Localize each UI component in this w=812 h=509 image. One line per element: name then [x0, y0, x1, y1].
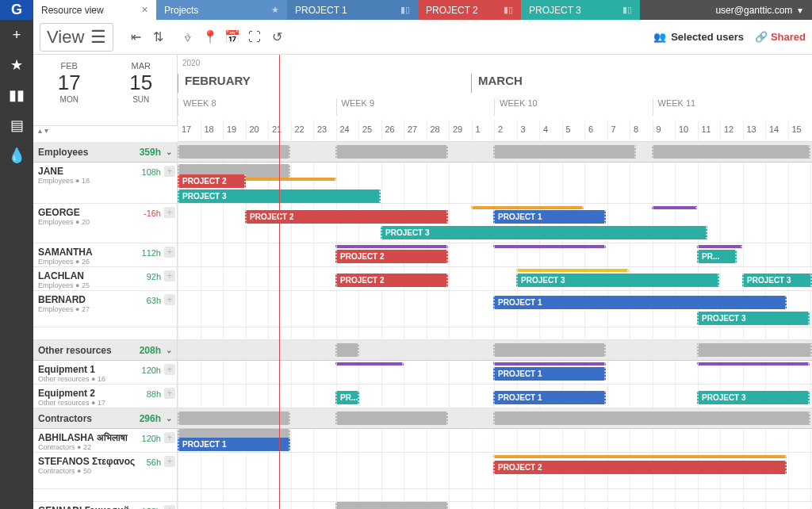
add-task-button[interactable]: + [164, 207, 175, 218]
add-task-button[interactable]: + [164, 294, 175, 305]
task-bar-project-short[interactable]: PR... [697, 250, 737, 263]
group-employees[interactable]: Employees359h⌄ [33, 142, 177, 163]
task-bar[interactable] [471, 206, 584, 209]
task-bar-project-3[interactable]: PROJECT 3 [697, 312, 810, 325]
task-bar[interactable] [335, 411, 448, 425]
add-icon[interactable]: + [0, 20, 33, 50]
task-bar-project-3[interactable]: PROJECT 3 [697, 391, 810, 404]
task-bar-project-2[interactable]: PROJECT 2 [335, 250, 448, 263]
task-bar-project-2[interactable]: PROJECT 2 [245, 210, 448, 224]
task-bar[interactable] [335, 362, 404, 365]
date-range-panel[interactable]: FEB 17 MON MAR 15 SUN [33, 55, 178, 126]
task-bar-project-1[interactable]: PROJECT 1 [493, 367, 606, 381]
gantt-chart[interactable]: PROJECT 2 PROJECT 3 PROJECT 2 PROJECT 1 … [178, 142, 812, 509]
add-task-button[interactable]: + [164, 247, 175, 258]
tab-project-1[interactable]: PROJECT 1▮▯ [287, 0, 418, 20]
task-bar[interactable] [493, 343, 606, 357]
archive-icon[interactable]: ▤ [0, 110, 33, 140]
user-menu[interactable]: user@ganttic.com ▾ [706, 0, 812, 20]
drop-icon[interactable]: 💧 [0, 140, 33, 170]
chevron-down-icon[interactable]: ⌄ [166, 414, 172, 423]
task-bar[interactable] [335, 145, 448, 159]
close-icon[interactable]: ✕ [141, 5, 148, 15]
task-bar[interactable] [697, 362, 810, 365]
view-button[interactable]: View☰ [40, 23, 113, 52]
resource-samantha[interactable]: SAMANTHAEmployees ● 26112h+ [33, 243, 177, 267]
add-task-button[interactable]: + [164, 364, 175, 375]
resource-bernard[interactable]: BERNARDEmployees ● 2763h+ [33, 291, 177, 327]
add-task-button[interactable]: + [164, 505, 175, 509]
group-other[interactable]: Other resources208h⌄ [33, 340, 177, 361]
task-bar[interactable] [335, 245, 448, 248]
task-bar-project-3[interactable]: PROJECT 3 [742, 274, 812, 287]
task-bar[interactable] [493, 411, 810, 425]
task-bar[interactable] [178, 145, 290, 159]
task-bar-project-2[interactable]: PROJECT 2 [493, 461, 787, 474]
menu-icon: ☰ [90, 27, 106, 48]
task-bar-project-1[interactable]: PROJECT 1 [178, 438, 290, 451]
selected-users-button[interactable]: 👥Selected users [653, 31, 744, 43]
task-bar[interactable] [335, 343, 359, 357]
history-icon[interactable]: ↺ [266, 26, 288, 48]
task-bar-project-1[interactable]: PROJECT 1 [493, 391, 606, 404]
add-task-button[interactable]: + [164, 388, 175, 399]
resource-lachlan[interactable]: LACHLANEmployees ● 2592h+ [33, 267, 177, 291]
date-to[interactable]: MAR 15 SUN [105, 55, 178, 125]
calendar-icon[interactable]: 📅 [221, 26, 243, 48]
resource-george[interactable]: GEORGEEmployees ● 20-16h+ [33, 204, 177, 243]
resource-jane[interactable]: JANEEmployees ● 18108h+ [33, 163, 177, 204]
add-task-button[interactable]: + [164, 456, 175, 467]
task-bar[interactable] [493, 145, 636, 159]
resource-stefanos[interactable]: STEFANOS ΣτεφανοςContractors ● 5056h+ [33, 453, 177, 489]
task-bar[interactable] [493, 362, 606, 365]
tab-projects[interactable]: Projects★ [156, 0, 287, 20]
task-bar[interactable] [697, 245, 742, 248]
task-bar[interactable] [516, 269, 629, 272]
sort-icon[interactable]: ⇅ [147, 26, 169, 48]
date-from[interactable]: FEB 17 MON [33, 55, 105, 125]
resource-equipment-1[interactable]: Equipment 1Other resources ● 16120h+ [33, 361, 177, 385]
stats-icon[interactable]: ▮▮ [0, 80, 33, 110]
task-bar-project-2[interactable]: PROJECT 2 [335, 274, 448, 287]
star-icon[interactable]: ★ [0, 50, 33, 80]
resource-abhilasha[interactable]: ABHILASHA अभिलाषाContractors ● 22120h+ [33, 429, 177, 453]
top-tabs: Resource view✕ Projects★ PROJECT 1▮▯ PRO… [33, 0, 812, 20]
users-icon: 👥 [653, 31, 666, 43]
group-contractors[interactable]: Contractors296h⌄ [33, 408, 177, 429]
task-bar-project-3[interactable]: PROJECT 3 [516, 274, 719, 287]
task-bar-project-short[interactable]: PR... [335, 391, 359, 404]
day-15: 15 [788, 120, 811, 142]
sort-desc-icon[interactable]: ▾ [44, 126, 48, 142]
task-bar[interactable] [697, 343, 812, 357]
tab-project-3[interactable]: PROJECT 3▮▯ [521, 0, 640, 20]
paint-icon[interactable]: ⎀ [177, 26, 199, 48]
resource-gennadi[interactable]: GENNADI ГеннадийContractors ● 23 ● test … [33, 502, 177, 509]
resource-name: GEORGE [38, 207, 90, 218]
task-bar[interactable] [335, 502, 448, 509]
chevron-down-icon[interactable]: ⌄ [166, 147, 172, 156]
add-task-button[interactable]: + [164, 432, 175, 443]
chevron-down-icon[interactable]: ⌄ [166, 346, 172, 354]
day-label: 17 [33, 71, 105, 95]
tab-project-2[interactable]: PROJECT 2▮▯ [418, 0, 521, 20]
tab-resource-view[interactable]: Resource view✕ [33, 0, 156, 20]
resource-equipment-2[interactable]: Equipment 2Other resources ● 1788h+ [33, 385, 177, 408]
pin-icon[interactable]: 📍 [199, 26, 221, 48]
group-hours: 296h [140, 413, 161, 424]
task-bar-project-2[interactable]: PROJECT 2 [178, 174, 246, 188]
task-bar[interactable] [652, 145, 810, 159]
task-bar[interactable] [493, 455, 787, 458]
fullscreen-icon[interactable]: ⛶ [243, 26, 266, 48]
task-bar-project-1[interactable]: PROJECT 1 [493, 296, 787, 309]
collapse-icon[interactable]: ⇤ [124, 26, 147, 48]
day-7: 7 [607, 120, 630, 142]
add-task-button[interactable]: + [164, 270, 175, 281]
task-bar-project-3[interactable]: PROJECT 3 [381, 226, 707, 239]
task-bar[interactable] [493, 245, 606, 248]
task-bar-project-1[interactable]: PROJECT 1 [493, 210, 606, 224]
sort-asc-icon[interactable]: ▴ [38, 126, 42, 142]
shared-button[interactable]: 🔗Shared [755, 31, 806, 43]
task-bar[interactable] [178, 411, 290, 425]
task-bar[interactable] [652, 206, 697, 209]
add-task-button[interactable]: + [164, 166, 175, 177]
